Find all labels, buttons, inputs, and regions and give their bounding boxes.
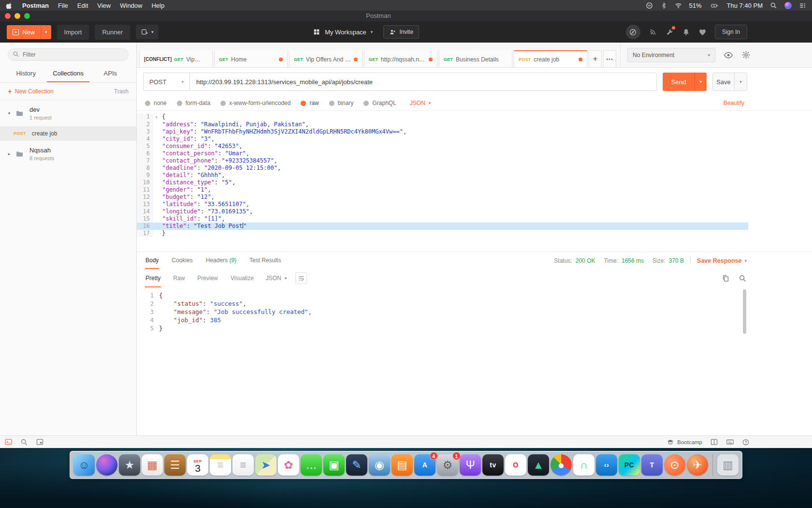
bluetooth-icon[interactable]: [660, 2, 667, 9]
app-store-icon[interactable]: A4: [414, 454, 435, 476]
save-response-button[interactable]: Save Response▾: [697, 257, 747, 264]
request-tab[interactable]: GET Business Details: [439, 50, 512, 67]
request-tab[interactable]: GET Home: [214, 50, 288, 67]
menu-help[interactable]: Help: [151, 2, 164, 9]
new-window-button[interactable]: ▾: [136, 25, 159, 39]
help-icon[interactable]: [742, 438, 750, 446]
gallery-icon[interactable]: ▦: [142, 454, 163, 476]
find-icon[interactable]: [20, 438, 28, 446]
photo-booth-icon[interactable]: ◉: [369, 454, 390, 476]
view-raw[interactable]: Raw: [173, 269, 185, 287]
satellite-icon[interactable]: [649, 28, 657, 36]
import-button[interactable]: Import: [57, 25, 89, 40]
disclosure-triangle-icon[interactable]: ▾: [6, 111, 13, 116]
search-response-icon[interactable]: [739, 274, 747, 283]
body-type-graphql[interactable]: GraphQL: [363, 100, 396, 106]
vscode-icon[interactable]: ‹›: [596, 454, 617, 476]
android-studio-icon[interactable]: ▲: [528, 454, 549, 476]
response-scrollbar[interactable]: [743, 289, 746, 334]
siri-icon[interactable]: [96, 454, 117, 476]
split-pane-icon[interactable]: [710, 438, 718, 446]
trash-icon[interactable]: ▥: [717, 454, 739, 476]
tab-options-button[interactable]: •••: [603, 50, 616, 67]
url-input[interactable]: [189, 73, 657, 91]
environment-select[interactable]: No Environment ▾: [627, 48, 715, 62]
response-body[interactable]: 1{2 "status": "success",3 "message": "Jo…: [137, 287, 812, 435]
chrome-icon[interactable]: ●: [551, 454, 572, 476]
calendar-icon[interactable]: SEP3: [187, 454, 208, 476]
console-icon[interactable]: [4, 438, 13, 446]
view-visualize[interactable]: Visualize: [230, 269, 254, 287]
settings-wrench-button[interactable]: [666, 28, 674, 36]
filter-input[interactable]: [8, 48, 129, 61]
response-tab-test-results[interactable]: Test Results: [249, 252, 281, 269]
wifi-icon[interactable]: [675, 2, 682, 9]
launchpad-icon[interactable]: ★: [119, 454, 140, 476]
sync-disabled-button[interactable]: [626, 25, 640, 39]
heart-icon[interactable]: [698, 28, 707, 36]
facetime-icon[interactable]: ▣: [323, 454, 345, 476]
view-pretty[interactable]: Pretty: [145, 269, 161, 287]
request-tab[interactable]: GET http://nqssah.net/a...: [364, 50, 437, 67]
android-icon[interactable]: ∩: [573, 454, 594, 476]
request-tab[interactable]: [CONFLICT] GET Vip Off...: [139, 50, 213, 67]
notes-icon[interactable]: ≡: [210, 454, 231, 476]
send-button[interactable]: Send: [663, 73, 695, 91]
menubar-clock[interactable]: Thu 7:40 PM: [727, 2, 763, 9]
open-new-tab-button[interactable]: +: [589, 50, 602, 67]
method-select[interactable]: POST ▾: [143, 73, 189, 91]
beautify-button[interactable]: Beautify: [724, 100, 744, 106]
apple-tv-icon[interactable]: tv: [482, 454, 504, 476]
battery-icon[interactable]: [709, 2, 720, 9]
rocket-icon[interactable]: ✈: [687, 454, 708, 476]
siri-icon[interactable]: [784, 2, 792, 9]
sign-in-button[interactable]: Sign In: [715, 25, 747, 39]
control-center-icon[interactable]: [799, 2, 806, 9]
response-tab-headers[interactable]: Headers (9): [205, 252, 237, 269]
menu-window[interactable]: Window: [120, 2, 142, 9]
environment-eye-icon[interactable]: [724, 50, 733, 60]
tab-collections[interactable]: Collections: [47, 65, 89, 82]
opera-icon[interactable]: O: [505, 454, 526, 476]
finder-icon[interactable]: ☺: [73, 454, 95, 476]
body-type-none[interactable]: none: [145, 100, 167, 106]
sidebar-request-row[interactable]: POST create job: [0, 126, 136, 141]
postman-icon[interactable]: ⊙: [664, 454, 685, 476]
new-button[interactable]: +New ▾: [7, 25, 51, 39]
podcasts-icon[interactable]: Ψ: [460, 454, 481, 476]
apple-icon[interactable]: [6, 2, 13, 9]
body-type-x-www-form-urlencoded[interactable]: x-www-form-urlencoded: [220, 100, 290, 106]
wrap-text-button[interactable]: [295, 272, 307, 284]
menu-file[interactable]: File: [58, 2, 68, 9]
language-select[interactable]: JSON ▾: [410, 100, 431, 106]
settings-gear-icon[interactable]: [741, 50, 751, 60]
creative-cloud-icon[interactable]: [646, 2, 653, 9]
new-button-caret[interactable]: ▾: [41, 25, 51, 39]
spotlight-icon[interactable]: [770, 2, 777, 9]
reminders-icon[interactable]: ≡: [232, 454, 254, 476]
request-editor[interactable]: 1▾{2 "address": "Rawalpindi, Punjab, Pak…: [137, 110, 812, 252]
request-tab[interactable]: GET Vip Offers And Items: [289, 50, 362, 67]
body-type-binary[interactable]: binary: [329, 100, 354, 106]
send-options-caret[interactable]: ▾: [695, 73, 707, 91]
teams-icon[interactable]: T: [641, 454, 663, 476]
bell-icon[interactable]: [682, 28, 690, 36]
save-options-caret[interactable]: ▾: [735, 73, 747, 91]
tab-history[interactable]: History: [5, 65, 47, 82]
view-preview[interactable]: Preview: [197, 269, 218, 287]
body-type-raw[interactable]: raw: [301, 100, 319, 106]
save-button[interactable]: Save: [712, 73, 735, 91]
tab-apis[interactable]: APIs: [89, 65, 131, 82]
menu-view[interactable]: View: [97, 2, 111, 9]
messages-icon[interactable]: …: [301, 454, 322, 476]
invite-button[interactable]: Invite: [383, 25, 419, 39]
disclosure-triangle-icon[interactable]: ▸: [6, 151, 13, 156]
request-tab[interactable]: POST create job: [514, 50, 587, 67]
bootcamp-button[interactable]: Bootcamp: [667, 438, 702, 446]
workspace-switcher[interactable]: My Workspace ▾: [313, 28, 373, 36]
system-preferences-icon[interactable]: ⚙1: [437, 454, 458, 476]
body-type-form-data[interactable]: form-data: [177, 100, 210, 106]
menubar-app-name[interactable]: Postman: [22, 2, 49, 9]
menu-edit[interactable]: Edit: [77, 2, 88, 9]
collection-nqssah[interactable]: ▸ Nqssah 8 requests: [0, 141, 136, 167]
